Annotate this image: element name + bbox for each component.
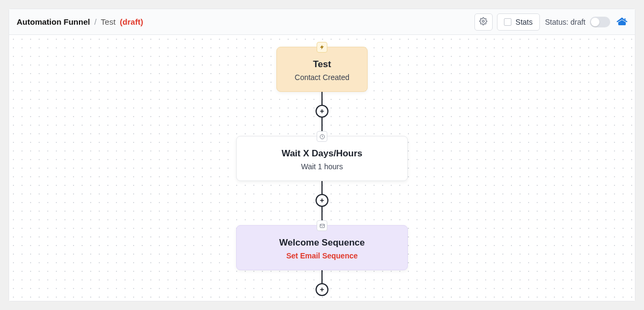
sequence-title: Welcome Sequence <box>248 237 396 248</box>
trigger-node[interactable]: Test Contact Created <box>276 47 368 92</box>
connector-line <box>321 92 323 105</box>
wait-node[interactable]: Wait X Days/Hours Wait 1 hours <box>236 136 408 181</box>
add-step-button[interactable] <box>316 105 328 118</box>
help-icon[interactable] <box>617 17 627 27</box>
add-step-button[interactable] <box>316 283 328 296</box>
breadcrumb-draft-badge: (draft) <box>120 17 143 26</box>
stats-label: Stats <box>516 18 533 26</box>
trigger-title: Test <box>289 59 355 70</box>
sequence-action-link[interactable]: Set Email Sequence <box>248 251 396 260</box>
breadcrumb-funnel-name: Test <box>101 17 116 26</box>
gear-icon <box>479 17 487 27</box>
trigger-subtitle: Contact Created <box>289 73 355 82</box>
toggle-knob <box>591 18 599 26</box>
flow-canvas[interactable]: Test Contact Created Wait X Days/Hours W… <box>9 35 635 301</box>
add-step-button[interactable] <box>316 194 328 207</box>
stats-toggle-button[interactable]: Stats <box>497 13 540 31</box>
bolt-icon <box>317 42 327 53</box>
sequence-node[interactable]: Welcome Sequence Set Email Sequence <box>236 225 408 270</box>
clock-icon <box>317 131 327 142</box>
wait-title: Wait X Days/Hours <box>248 148 396 159</box>
breadcrumb-root[interactable]: Automation Funnel <box>17 17 90 26</box>
wait-subtitle: Wait 1 hours <box>248 162 396 171</box>
flow-column: Test Contact Created Wait X Days/Hours W… <box>236 47 408 296</box>
connector-line <box>321 270 323 283</box>
connector-line <box>321 181 323 194</box>
status-toggle[interactable] <box>590 17 610 27</box>
email-sequence-icon <box>317 220 327 231</box>
status-label: Status: draft <box>545 18 586 26</box>
settings-button[interactable] <box>474 13 493 31</box>
editor-header: Automation Funnel / Test (draft) Stats S… <box>9 9 635 35</box>
breadcrumb: Automation Funnel / Test (draft) <box>17 17 143 26</box>
stats-checkbox[interactable] <box>504 18 511 26</box>
breadcrumb-separator: / <box>94 17 97 26</box>
svg-point-0 <box>482 20 485 22</box>
